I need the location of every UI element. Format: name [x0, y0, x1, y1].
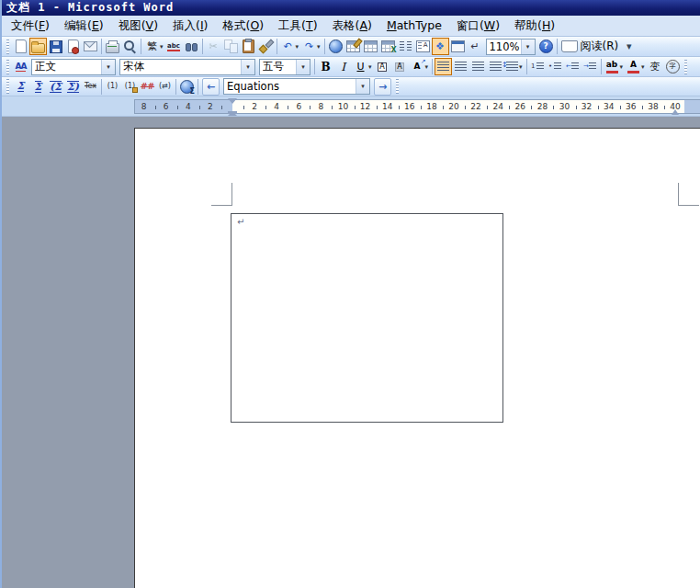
- styles-formatting-button[interactable]: AA: [12, 58, 29, 75]
- dropdown-arrow-icon[interactable]: ▾: [521, 40, 535, 54]
- mt-update-equation-numbers-button[interactable]: ##: [139, 78, 156, 96]
- dropdown-arrow-icon[interactable]: ▾: [368, 63, 372, 71]
- mt-export-mathpage-button[interactable]: Σ: [178, 78, 196, 96]
- format-painter-button[interactable]: [257, 38, 275, 55]
- dropdown-arrow-icon[interactable]: ▾: [296, 43, 299, 51]
- chinese-conversion-button[interactable]: 繁▾: [143, 38, 165, 55]
- toolbar-options-button[interactable]: ▾: [620, 38, 638, 55]
- char-border-button[interactable]: A: [374, 58, 391, 75]
- redo-button[interactable]: ↷▾: [300, 38, 322, 55]
- bold-button[interactable]: B: [317, 58, 334, 75]
- spelling-grammar-button[interactable]: abc: [165, 38, 183, 55]
- insert-hyperlink-button[interactable]: [327, 38, 344, 55]
- dropdown-arrow-icon[interactable]: ▾: [160, 43, 164, 51]
- menu-edit[interactable]: 编辑(E): [57, 17, 111, 35]
- dropdown-arrow-icon[interactable]: ▾: [641, 63, 645, 71]
- mt-inline-equation-button[interactable]: Σ: [12, 78, 29, 96]
- bullets-button[interactable]: •: [547, 58, 564, 75]
- menu-file[interactable]: 文件(F): [4, 17, 57, 35]
- mt-right-numbered-equation-button[interactable]: Σ): [64, 78, 82, 96]
- document-map-button[interactable]: [414, 38, 432, 55]
- standard-toolbar-grip[interactable]: [6, 40, 9, 54]
- insert-table-button[interactable]: [362, 38, 379, 55]
- left-indent-marker[interactable]: [228, 111, 237, 114]
- menu-help[interactable]: 帮助(H): [507, 17, 562, 35]
- research-button[interactable]: [183, 38, 200, 55]
- dropdown-arrow-icon[interactable]: ▾: [356, 79, 369, 94]
- highlight-button[interactable]: ab▾: [604, 58, 626, 75]
- glyph-icon: ↷: [302, 40, 316, 53]
- size-combo[interactable]: 五号▾: [259, 59, 310, 75]
- horizontal-ruler[interactable]: 8642246810121416182022242628303234363840: [134, 99, 700, 114]
- cut-button[interactable]: ✂: [205, 38, 222, 55]
- char-scale-button[interactable]: A▾: [409, 58, 431, 75]
- menu-format[interactable]: 格式(O): [215, 17, 271, 35]
- increase-indent-button[interactable]: →: [581, 58, 599, 75]
- help-button[interactable]: ?: [537, 38, 555, 55]
- char-shading-button[interactable]: A: [391, 58, 409, 75]
- undo-button[interactable]: ↶▾: [279, 38, 301, 55]
- right-indent-marker[interactable]: [672, 106, 679, 115]
- zoom-combo[interactable]: 110%▾: [486, 39, 536, 55]
- menu-view[interactable]: 视图(V): [111, 17, 165, 35]
- menu-insert[interactable]: 插入(I): [165, 17, 215, 35]
- mt-toggle-tex-button[interactable]: Tex: [82, 78, 99, 96]
- new-document-button[interactable]: [12, 38, 29, 55]
- copy-button[interactable]: [222, 38, 240, 55]
- align-left-button[interactable]: [435, 58, 452, 75]
- mt-next-button[interactable]: →: [372, 78, 393, 96]
- mt-left-numbered-equation-button[interactable]: (Σ: [47, 78, 64, 96]
- mt-display-equation-button[interactable]: Σ: [29, 78, 47, 96]
- phonetic-guide-button[interactable]: 变: [647, 58, 664, 75]
- task-pane-button[interactable]: [449, 38, 467, 55]
- dropdown-arrow-icon[interactable]: ▾: [519, 63, 523, 71]
- mathtype-toolbar-grip[interactable]: [396, 79, 399, 94]
- italic-button[interactable]: I: [334, 58, 352, 75]
- dropdown-arrow-icon[interactable]: ▾: [296, 60, 310, 74]
- decrease-indent-button[interactable]: ←: [564, 58, 581, 75]
- font-combo[interactable]: 宋体▾: [119, 59, 255, 75]
- dropdown-arrow-icon[interactable]: ▾: [317, 43, 321, 51]
- mt-convert-equations-button[interactable]: (⇄): [156, 78, 174, 96]
- drawing-button[interactable]: ❖: [432, 38, 449, 55]
- menu-tools[interactable]: 工具(T): [271, 17, 324, 35]
- underline-button[interactable]: U▾: [352, 58, 374, 75]
- ruler-left-margin-zone: [135, 100, 232, 113]
- mathtype-toolbar-grip[interactable]: [6, 79, 9, 94]
- insert-excel-button[interactable]: [379, 38, 397, 55]
- style-combo[interactable]: 正文▾: [31, 59, 116, 75]
- print-preview-button[interactable]: [121, 38, 139, 55]
- font-color-button[interactable]: A▾: [625, 58, 647, 75]
- menu-mathtype[interactable]: MathType: [379, 17, 449, 35]
- formatting-toolbar-grip[interactable]: [6, 60, 9, 74]
- dropdown-arrow-icon[interactable]: ▾: [620, 63, 624, 71]
- align-center-button[interactable]: [452, 58, 469, 75]
- mt-previous-button[interactable]: ←: [200, 78, 221, 96]
- show-hide-marks-button[interactable]: ↵: [467, 38, 484, 55]
- save-button[interactable]: [47, 38, 64, 55]
- tables-borders-button[interactable]: [344, 38, 362, 55]
- line-spacing-button[interactable]: ▾: [504, 58, 525, 75]
- dropdown-arrow-icon[interactable]: ▾: [101, 60, 115, 74]
- window-title: 文档 1 - Microsoft Word: [6, 0, 174, 16]
- enclose-characters-button[interactable]: 字: [664, 58, 682, 75]
- menu-window[interactable]: 窗口(W): [449, 17, 507, 35]
- paste-button[interactable]: [240, 38, 257, 55]
- email-button[interactable]: [82, 38, 99, 55]
- numbering-button[interactable]: 1: [529, 58, 547, 75]
- help-icon: ?: [539, 40, 553, 53]
- open-button[interactable]: [29, 38, 47, 55]
- menu-table[interactable]: 表格(A): [325, 17, 379, 35]
- dropdown-arrow-icon[interactable]: ▾: [241, 60, 254, 74]
- align-right-button[interactable]: [469, 58, 487, 75]
- equations-combo[interactable]: Equations▾: [223, 78, 370, 95]
- text-box[interactable]: ↵: [231, 213, 503, 423]
- mt-insert-equation-number-button[interactable]: (1): [104, 78, 121, 96]
- mt-insert-equation-reference-button[interactable]: (1): [121, 78, 139, 96]
- formatting-toolbar-grip[interactable]: [684, 60, 687, 74]
- permission-button[interactable]: [64, 38, 82, 55]
- read-layout-button[interactable]: 阅读(R): [559, 38, 621, 55]
- print-button[interactable]: [104, 38, 121, 55]
- book-icon: [561, 40, 578, 52]
- columns-button[interactable]: [397, 38, 414, 55]
